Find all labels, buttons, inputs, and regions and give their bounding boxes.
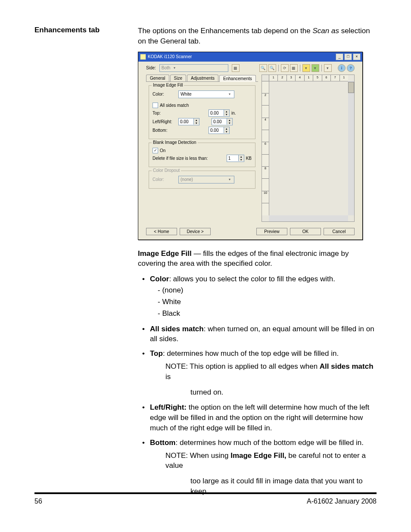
tool-outline-icon[interactable]: ▾ xyxy=(324,64,332,72)
chevron-down-icon: ▾ xyxy=(227,177,232,181)
top-note-line2: turned on. xyxy=(150,387,377,398)
bullet-bottom: Bottom: determines how much of the botto… xyxy=(142,438,377,497)
close-button[interactable]: × xyxy=(353,53,361,60)
top-head: Top xyxy=(150,349,163,358)
right-value: 0.00 xyxy=(212,119,227,124)
all-sides-checkbox[interactable] xyxy=(153,103,158,108)
iedge-description: Image Edge Fill — fills the edges of the… xyxy=(138,249,377,269)
all-sides-label: All sides match xyxy=(160,103,189,108)
iedge-head: Image Edge Fill xyxy=(138,249,192,258)
bottom-note-bold: Image Edge Fill, xyxy=(230,451,286,460)
rotate-icon[interactable]: ⟳ xyxy=(281,64,289,72)
spinner-arrows-icon[interactable]: ▴▾ xyxy=(193,118,199,124)
top-text: : determines how much of the top edge wi… xyxy=(163,349,339,358)
dropout-color-value: (none) xyxy=(181,177,193,182)
preview-button[interactable]: Preview xyxy=(256,228,287,235)
bottom-label: Bottom: xyxy=(153,128,178,133)
bottom-spinner[interactable]: 0.00▴▾ xyxy=(209,127,230,134)
zoom-out-icon[interactable]: 🔍 xyxy=(268,64,276,72)
intro-text: The options on the Enhancements tab depe… xyxy=(138,26,377,47)
blank-delete-label: Delete if file size is less than: xyxy=(153,156,227,161)
intro-p1: The options on the Enhancements tab depe… xyxy=(138,27,312,35)
group-title-dropout: Color Dropout xyxy=(152,168,181,173)
vertical-ruler: 246810 xyxy=(262,81,269,215)
grid-icon[interactable]: ▦ xyxy=(290,64,298,72)
dropout-color-dropdown: (none) ▾ xyxy=(178,176,234,184)
help-icon[interactable]: ? xyxy=(347,64,355,72)
bullet-left-right: Left/Right: the option on the left will … xyxy=(142,402,377,433)
allsides-head: All sides match xyxy=(150,325,204,333)
color-opt-none: - (none) xyxy=(150,284,377,296)
top-label: Top: xyxy=(153,111,178,115)
group-title-blank: Blank Image Detection xyxy=(152,140,198,145)
maximize-button[interactable]: □ xyxy=(344,53,352,60)
right-spinner[interactable]: 0.00▴▾ xyxy=(212,118,233,125)
page-number: 56 xyxy=(34,498,42,505)
top-unit: in. xyxy=(231,111,236,115)
group-title-iedge: Image Edge Fill xyxy=(152,83,184,87)
color-opt-white: - White xyxy=(150,296,377,308)
left-spinner[interactable]: 0.00▴▾ xyxy=(178,118,199,125)
color-head: Color xyxy=(150,275,169,283)
top-value: 0.00 xyxy=(209,111,224,115)
bottom-head: Bottom xyxy=(150,439,175,447)
separator xyxy=(300,65,300,72)
bottom-text: : determines how much of the bottom edge… xyxy=(175,439,364,447)
color-text: : allows you to select the color to fill… xyxy=(169,275,335,283)
separator xyxy=(321,65,322,72)
top-note: NOTE: This option is applied to all edge… xyxy=(150,361,377,382)
image-settings-icon[interactable]: ▦ xyxy=(232,64,240,72)
blank-on-checkbox[interactable]: ✓ xyxy=(153,148,158,153)
side-value: Both xyxy=(162,65,171,70)
info-icon[interactable]: i xyxy=(338,64,346,72)
iedge-color-dropdown[interactable]: White ▾ xyxy=(178,90,234,98)
bullet-top: Top: determines how much of the top edge… xyxy=(142,348,377,397)
spinner-arrows-icon[interactable]: ▴▾ xyxy=(224,127,229,133)
lr-label: Left/Right: xyxy=(153,119,178,124)
cancel-button[interactable]: Cancel xyxy=(324,228,355,235)
group-blank-detection: Blank Image Detection ✓ On Delete if fil… xyxy=(149,143,255,167)
section-heading: Enhancements tab xyxy=(34,26,100,34)
home-button[interactable]: < Home xyxy=(146,228,177,235)
tool-yellow-icon[interactable]: ▾ xyxy=(302,64,310,72)
vertical-scrollbar[interactable] xyxy=(348,81,354,215)
device-button[interactable]: Device > xyxy=(180,228,211,235)
scrollbar-thumb[interactable] xyxy=(348,82,354,93)
app-icon xyxy=(140,54,146,60)
top-note-suffix: is xyxy=(165,373,171,381)
spinner-arrows-icon[interactable]: ▴▾ xyxy=(238,155,244,161)
bottom-note-prefix: NOTE: When using xyxy=(165,451,230,460)
tab-adjustments[interactable]: Adjustments xyxy=(187,75,218,81)
doc-id: A-61602 January 2008 xyxy=(307,498,377,505)
horizontal-scrollbar[interactable] xyxy=(269,215,348,221)
separator xyxy=(278,65,279,72)
tab-size[interactable]: Size xyxy=(170,75,186,81)
zoom-in-icon[interactable]: 🔍 xyxy=(259,64,267,72)
toolbar: 🔍 🔍 ⟳ ▦ ▾ ▾ ▾ i ? xyxy=(259,64,355,72)
bullet-all-sides: All sides match: when turned on, an equa… xyxy=(142,324,377,345)
spinner-arrows-icon[interactable]: ▴▾ xyxy=(224,110,229,116)
bullet-color: Color: allows you to select the color to… xyxy=(142,274,377,319)
iedge-color-value: White xyxy=(181,92,192,96)
bottom-note: NOTE: When using Image Edge Fill, be car… xyxy=(150,451,377,471)
tab-general[interactable]: General xyxy=(146,75,169,81)
titlebar: KODAK i1120 Scanner _ □ × xyxy=(138,52,362,62)
top-note-prefix: NOTE: This option is applied to all edge… xyxy=(165,362,320,370)
lr-head: Left/Right: xyxy=(150,403,187,411)
ok-button[interactable]: OK xyxy=(290,228,321,235)
side-dropdown[interactable]: Both ▾ xyxy=(159,64,228,72)
side-label: Side: xyxy=(146,65,156,70)
group-color-dropout: Color Dropout Color: (none) ▾ xyxy=(149,171,255,189)
tool-green-icon[interactable]: ▾ xyxy=(311,64,319,72)
top-spinner[interactable]: 0.00▴▾ xyxy=(209,109,230,117)
chevron-down-icon: ▾ xyxy=(227,92,232,96)
intro-italic: Scan as xyxy=(312,27,339,35)
spinner-arrows-icon[interactable]: ▴▾ xyxy=(227,118,232,124)
dropout-color-label: Color: xyxy=(153,177,178,182)
blank-on-label: On xyxy=(160,148,165,153)
group-image-edge-fill: Image Edge Fill Color: White ▾ xyxy=(149,85,255,139)
minimize-button[interactable]: _ xyxy=(336,53,343,60)
blank-size-spinner[interactable]: 1▴▾ xyxy=(227,155,244,162)
horizontal-ruler: 123415671 xyxy=(269,75,348,81)
tab-enhancements[interactable]: Enhancements xyxy=(219,75,256,82)
